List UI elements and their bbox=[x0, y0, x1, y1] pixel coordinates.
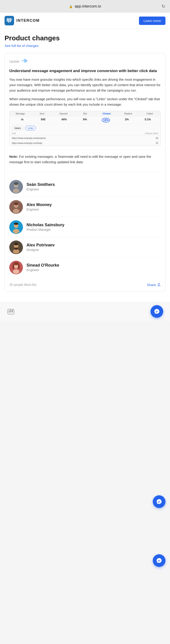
mockup-stats-row: in 845 44% 8% 18% 2% 0.1% bbox=[10, 116, 160, 124]
chat-button-bottom[interactable] bbox=[150, 305, 163, 318]
main-content: Product changes See full list of changes… bbox=[0, 29, 170, 302]
refresh-icon[interactable]: ↻ bbox=[162, 4, 166, 9]
update-arrow-icon bbox=[21, 58, 28, 64]
member-role-alex-p: Designer bbox=[26, 248, 161, 252]
tab-links[interactable]: Links bbox=[25, 126, 36, 130]
logo-area: INTERCOM bbox=[4, 16, 40, 26]
avatar-sinead bbox=[9, 261, 23, 274]
chat-icon-lower bbox=[156, 558, 162, 564]
svg-rect-33 bbox=[158, 501, 160, 502]
svg-point-6 bbox=[13, 188, 19, 193]
link-2: https://www.examply.com/help bbox=[12, 142, 42, 144]
avatar-nicholas bbox=[9, 220, 23, 234]
col-dist: Dist bbox=[76, 112, 94, 115]
member-role-sinead: Engineer bbox=[26, 268, 161, 272]
mockup-tabs: Users Links bbox=[10, 124, 160, 131]
col-failed: Failed bbox=[141, 112, 158, 115]
stat-8: 8% bbox=[74, 118, 96, 122]
note-body: For existing messages, a Teammate will n… bbox=[9, 154, 151, 164]
svg-rect-32 bbox=[156, 312, 157, 312]
col-unique-clicks: Unique clicks bbox=[145, 132, 158, 135]
logo-text: INTERCOM bbox=[16, 18, 40, 23]
share-icon bbox=[157, 283, 161, 286]
bottom-nav bbox=[0, 302, 170, 320]
svg-rect-30 bbox=[12, 310, 13, 312]
chat-button-floating-lower[interactable] bbox=[153, 554, 166, 567]
svg-rect-28 bbox=[9, 310, 10, 312]
team-members-list: Seán Smithers Engineer Alex Mooney Engin… bbox=[9, 177, 161, 278]
card-footer: 35 people liked this Share bbox=[9, 279, 161, 287]
svg-point-11 bbox=[14, 202, 18, 205]
avatar-alex bbox=[9, 200, 23, 214]
page-title: Product changes bbox=[4, 34, 166, 42]
note-text: Note: For existing messages, a Teammate … bbox=[9, 154, 161, 165]
chat-icon-mid bbox=[156, 498, 162, 505]
col-clicked: Clicked bbox=[98, 112, 115, 115]
screenshot-mockup: Message Sent Opened Dist Clicked Replied… bbox=[9, 111, 161, 146]
header: INTERCOM Learn more bbox=[0, 13, 170, 29]
learn-more-button[interactable]: Learn more bbox=[139, 16, 166, 25]
member-info-alex-p: Alex Potrivaev Designer bbox=[26, 243, 161, 252]
stat-44: 44% bbox=[54, 118, 74, 122]
svg-point-14 bbox=[13, 229, 19, 234]
team-member-alex: Alex Mooney Engineer bbox=[9, 197, 161, 217]
svg-point-19 bbox=[14, 242, 18, 245]
stat-845: 845 bbox=[33, 118, 54, 122]
stat-2: 2% bbox=[116, 118, 137, 122]
see-full-list-link[interactable]: See full list of changes bbox=[4, 44, 38, 48]
member-info-nicholas: Nicholas Sainsbury Product Manager bbox=[26, 222, 161, 232]
member-role-alex: Engineer bbox=[26, 208, 161, 211]
team-member-alex-p: Alex Potrivaev Designer bbox=[9, 237, 161, 258]
svg-rect-0 bbox=[7, 18, 8, 22]
note-prefix: Note: bbox=[9, 154, 18, 158]
update-label: Update bbox=[9, 60, 20, 63]
card-body-1: You now have more granular insights into… bbox=[9, 77, 161, 93]
member-name-alex: Alex Mooney bbox=[26, 202, 161, 207]
chat-icon-bottom bbox=[154, 308, 160, 315]
member-role-sean: Engineer bbox=[26, 188, 161, 191]
svg-point-20 bbox=[14, 248, 18, 250]
svg-point-24 bbox=[13, 262, 19, 265]
svg-point-26 bbox=[18, 264, 20, 269]
home-nav-icon[interactable] bbox=[7, 308, 15, 316]
svg-rect-1 bbox=[8, 18, 9, 23]
mockup-header: Message Sent Opened Dist Clicked Replied… bbox=[10, 111, 160, 116]
member-info-sinead: Sinead O'Rourke Engineer bbox=[26, 263, 161, 272]
svg-rect-36 bbox=[158, 561, 160, 562]
col-sent: Sent bbox=[33, 112, 50, 115]
card-body-2: When viewing message performance, you wi… bbox=[9, 96, 161, 107]
team-member-nicholas: Nicholas Sainsbury Product Manager bbox=[9, 217, 161, 237]
tab-users[interactable]: Users bbox=[12, 126, 23, 130]
svg-point-15 bbox=[14, 222, 18, 225]
svg-rect-31 bbox=[156, 311, 158, 312]
team-member-sinead: Sinead O'Rourke Engineer bbox=[9, 258, 161, 278]
avatar-sean bbox=[9, 180, 23, 194]
chat-button-floating-mid[interactable] bbox=[153, 495, 166, 508]
member-name-alex-p: Alex Potrivaev bbox=[26, 243, 161, 248]
update-badge: Update bbox=[9, 58, 161, 64]
lock-icon: 🔒 bbox=[69, 4, 73, 8]
clicks-1: 63 bbox=[156, 137, 158, 140]
svg-rect-34 bbox=[158, 502, 160, 502]
col-link: Link bbox=[12, 132, 16, 135]
likes-text: 35 people liked this bbox=[9, 283, 36, 286]
stat-18: 18% bbox=[96, 118, 116, 122]
svg-point-7 bbox=[14, 182, 18, 185]
clicks-2: 32 bbox=[156, 142, 158, 144]
stat-in: in bbox=[12, 118, 33, 122]
share-button[interactable]: Share bbox=[147, 283, 161, 287]
mockup-row-1: https://www.examply.com/projects 63 bbox=[10, 136, 160, 141]
avatar-alex-p bbox=[9, 240, 23, 254]
svg-rect-29 bbox=[10, 310, 11, 312]
member-name-nicholas: Nicholas Sainsbury bbox=[26, 222, 161, 227]
product-change-card: Update Understand message engagement and… bbox=[4, 53, 166, 292]
member-role-nicholas: Product Manager bbox=[26, 228, 161, 232]
member-info-sean: Seán Smithers Engineer bbox=[26, 182, 161, 191]
member-name-sean: Seán Smithers bbox=[26, 182, 161, 187]
member-info-alex: Alex Mooney Engineer bbox=[26, 202, 161, 211]
svg-rect-35 bbox=[158, 560, 160, 560]
stat-01: 0.1% bbox=[137, 118, 158, 122]
share-label: Share bbox=[147, 283, 156, 287]
url-text: app.intercom.io bbox=[74, 4, 101, 8]
divider-1 bbox=[9, 172, 161, 172]
